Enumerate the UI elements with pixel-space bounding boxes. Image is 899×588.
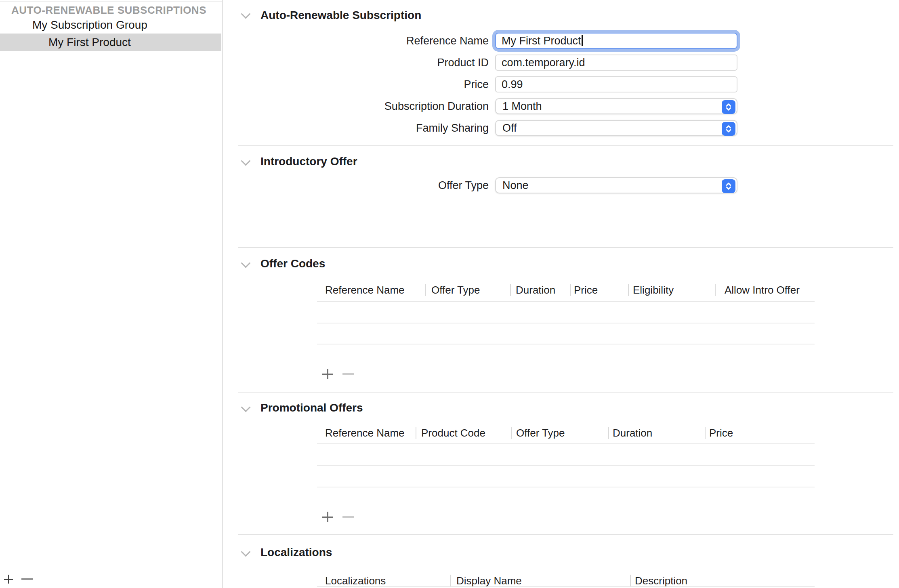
offer-type-label: Offer Type <box>267 177 489 193</box>
chevron-down-icon localizations-disclosure[interactable] <box>241 547 250 556</box>
promo-add-button plus-icon[interactable] <box>322 512 333 522</box>
offer-codes-col-duration[interactable]: Duration <box>516 283 555 297</box>
reference-name-value: My First Product <box>502 35 581 47</box>
sidebar-remove-button minus-icon[interactable] <box>21 578 33 580</box>
sidebar-top-divider <box>0 1 222 2</box>
offer-codes-col-allow-intro-offer[interactable]: Allow Intro Offer <box>725 283 800 297</box>
offer-type-popup[interactable]: None <box>495 177 737 193</box>
offer-codes-col-offer-type[interactable]: Offer Type <box>431 283 480 297</box>
column-separator <box>510 284 511 296</box>
family-sharing-value: Off <box>502 122 517 134</box>
price-field[interactable]: 0.99 <box>495 76 737 92</box>
product-id-field[interactable]: com.temporary.id <box>495 55 737 71</box>
sidebar-item-label: My First Product <box>48 34 131 51</box>
column-separator <box>450 575 451 587</box>
localizations-col-description[interactable]: Description <box>635 573 687 588</box>
offer-codes-add-button plus-icon[interactable] <box>322 369 333 379</box>
chevron-down-icon subscription-disclosure[interactable] <box>241 9 250 19</box>
reference-name-field[interactable]: My First Product <box>495 33 737 49</box>
section-title-subscription: Auto-Renewable Subscription <box>260 8 421 22</box>
table-header-underline <box>317 586 815 587</box>
product-id-label: Product ID <box>267 55 489 71</box>
section-divider <box>238 534 893 535</box>
offer-codes-col-price[interactable]: Price <box>574 283 598 297</box>
price-value: 0.99 <box>502 78 523 90</box>
table-header-underline <box>317 301 815 302</box>
column-separator <box>715 284 716 296</box>
updown-chevrons-icon <box>722 122 735 136</box>
text-cursor <box>582 35 583 46</box>
column-separator <box>705 427 706 439</box>
offer-codes-remove-button minus-icon[interactable] <box>342 373 354 375</box>
column-separator <box>416 427 416 439</box>
updown-chevrons-icon <box>722 179 735 193</box>
section-title-introductory-offer: Introductory Offer <box>260 155 357 168</box>
sidebar-item-subscription-group[interactable]: My Subscription Group <box>0 17 221 34</box>
localizations-col-display-name[interactable]: Display Name <box>456 573 522 588</box>
section-divider <box>238 145 893 146</box>
updown-chevrons-icon <box>722 100 735 114</box>
price-label: Price <box>267 76 489 92</box>
subscription-duration-value: 1 Month <box>502 100 542 112</box>
promo-remove-button minus-icon[interactable] <box>342 516 354 518</box>
table-row <box>317 344 815 344</box>
chevron-down-icon promotional-offers-disclosure[interactable] <box>241 402 250 412</box>
table-row <box>317 487 815 487</box>
column-separator <box>608 427 609 439</box>
offer-codes-col-eligibility[interactable]: Eligibility <box>633 283 674 297</box>
table-row <box>317 465 815 466</box>
section-divider <box>238 247 893 248</box>
localizations-col-localizations[interactable]: Localizations <box>325 573 386 588</box>
sidebar-item-my-first-product[interactable]: My First Product <box>0 34 221 51</box>
chevron-down-icon offer-codes-disclosure[interactable] <box>241 258 250 268</box>
section-divider <box>238 392 893 393</box>
subscription-duration-popup[interactable]: 1 Month <box>495 98 737 114</box>
sidebar-main-divider <box>222 0 223 588</box>
sidebar-group-header: AUTO-RENEWABLE SUBSCRIPTIONS <box>11 4 206 17</box>
family-sharing-popup[interactable]: Off <box>495 120 737 136</box>
promo-col-price[interactable]: Price <box>709 426 733 440</box>
section-title-offer-codes: Offer Codes <box>260 257 325 271</box>
column-separator <box>511 427 512 439</box>
storekit-configuration-editor: AUTO-RENEWABLE SUBSCRIPTIONS My Subscrip… <box>0 0 899 588</box>
promo-col-duration[interactable]: Duration <box>613 426 652 440</box>
sidebar-item-label: My Subscription Group <box>32 17 147 34</box>
sidebar: AUTO-RENEWABLE SUBSCRIPTIONS My Subscrip… <box>0 0 222 588</box>
promo-col-product-code[interactable]: Product Code <box>421 426 485 440</box>
column-separator <box>425 284 426 296</box>
offer-type-value: None <box>502 179 529 191</box>
column-separator <box>630 575 631 587</box>
table-row <box>317 323 815 323</box>
column-separator <box>570 284 571 296</box>
promo-col-reference-name[interactable]: Reference Name <box>325 426 405 440</box>
chevron-down-icon introductory-offer-disclosure[interactable] <box>241 156 250 166</box>
reference-name-label: Reference Name <box>267 33 489 49</box>
column-separator <box>628 284 629 296</box>
section-title-localizations: Localizations <box>260 546 332 559</box>
table-header-underline <box>317 443 815 444</box>
family-sharing-label: Family Sharing <box>267 120 489 136</box>
sidebar-add-button plus-icon[interactable] <box>4 575 13 584</box>
offer-codes-col-reference-name[interactable]: Reference Name <box>325 283 405 297</box>
product-id-value: com.temporary.id <box>502 57 585 69</box>
promo-col-offer-type[interactable]: Offer Type <box>516 426 565 440</box>
section-title-promotional-offers: Promotional Offers <box>260 401 363 415</box>
subscription-duration-label: Subscription Duration <box>267 98 489 114</box>
